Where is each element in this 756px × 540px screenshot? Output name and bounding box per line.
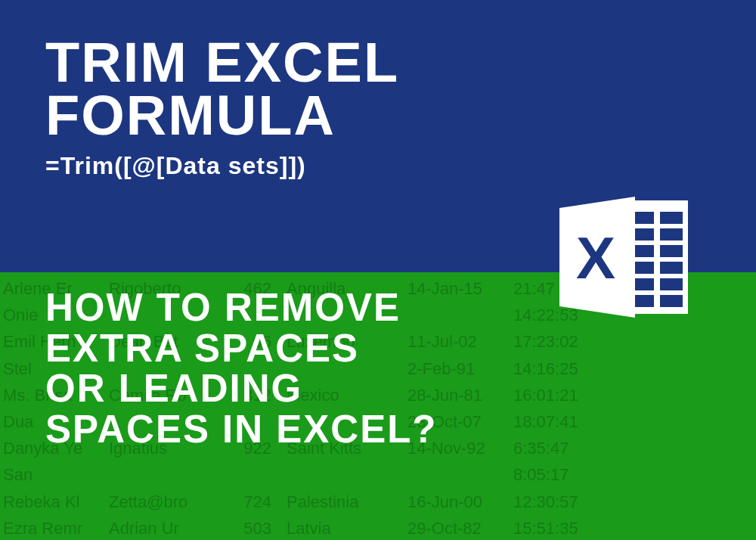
bg-cell: San [3, 461, 94, 488]
bg-row: Ezra RemrAdrian Ur503Latvia29-Oct-8215:5… [3, 515, 753, 540]
bg-cell: 724 [230, 489, 271, 515]
main-title: TRIM EXCEL FORMULA [45, 36, 711, 143]
subtitle-line-2: EXTRA SPACES [45, 327, 359, 370]
bg-cell: 503 [230, 515, 271, 540]
svg-rect-12 [660, 295, 683, 307]
svg-rect-4 [660, 228, 683, 241]
bg-cell [230, 461, 271, 488]
bg-cell: 16-Jun-00 [407, 489, 498, 515]
svg-rect-10 [660, 278, 683, 290]
title-block: TRIM EXCEL FORMULA =Trim([@[Data sets]]) [45, 36, 711, 180]
bg-cell: Palestinia [287, 489, 392, 515]
bg-cell: Rebeka Kl [3, 489, 94, 515]
svg-text:X: X [576, 225, 615, 291]
bg-cell [407, 461, 498, 488]
svg-rect-8 [660, 262, 683, 274]
bg-cell: Latvia [287, 515, 392, 540]
bg-row: Rebeka KlZetta@bro724Palestinia16-Jun-00… [3, 489, 753, 515]
bg-cell [287, 461, 392, 488]
bg-cell: Adrian Ur [109, 515, 215, 540]
bg-cell [109, 461, 215, 488]
subtitle-line-1: HOW TO REMOVE [45, 286, 401, 329]
svg-rect-6 [660, 245, 683, 257]
formula-text: =Trim([@[Data sets]]) [45, 152, 711, 180]
excel-icon: X [552, 189, 696, 325]
subtitle-line-4: SPACES IN EXCEL? [45, 408, 437, 451]
bg-cell: 15:51:35 [513, 515, 581, 540]
bg-cell: Zetta@bro [109, 489, 215, 515]
bg-cell: 8:05:17 [513, 461, 581, 488]
bg-cell: 29-Oct-82 [407, 515, 498, 540]
bg-cell: 12:30:57 [513, 489, 581, 515]
bg-row: San8:05:17 [3, 461, 753, 488]
svg-rect-2 [660, 212, 683, 224]
title-line-2: FORMULA [45, 84, 336, 147]
bg-cell: Ezra Remr [3, 515, 94, 540]
subtitle-line-3: OR LEADING [45, 367, 302, 410]
